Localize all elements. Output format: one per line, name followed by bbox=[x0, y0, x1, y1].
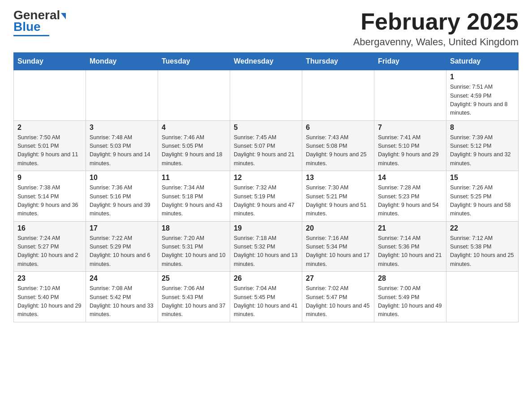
header-tuesday: Tuesday bbox=[158, 53, 230, 70]
day-number: 7 bbox=[378, 124, 442, 132]
table-row: 8Sunrise: 7:39 AMSunset: 5:12 PMDaylight… bbox=[446, 120, 519, 171]
day-number: 13 bbox=[306, 174, 370, 182]
day-info: Sunrise: 7:02 AMSunset: 5:47 PMDaylight:… bbox=[306, 284, 370, 319]
day-number: 16 bbox=[17, 224, 82, 232]
day-number: 27 bbox=[306, 274, 370, 283]
table-row: 1Sunrise: 7:51 AMSunset: 4:59 PMDaylight… bbox=[446, 70, 519, 121]
table-row bbox=[14, 70, 86, 121]
day-number: 3 bbox=[90, 124, 154, 132]
day-info: Sunrise: 7:12 AMSunset: 5:38 PMDaylight:… bbox=[450, 234, 515, 269]
table-row: 4Sunrise: 7:46 AMSunset: 5:05 PMDaylight… bbox=[158, 120, 230, 171]
day-info: Sunrise: 7:24 AMSunset: 5:27 PMDaylight:… bbox=[17, 234, 82, 269]
table-row: 24Sunrise: 7:08 AMSunset: 5:42 PMDayligh… bbox=[86, 272, 158, 322]
day-info: Sunrise: 7:51 AMSunset: 4:59 PMDaylight:… bbox=[450, 83, 515, 118]
day-info: Sunrise: 7:34 AMSunset: 5:18 PMDaylight:… bbox=[162, 184, 226, 218]
header-wednesday: Wednesday bbox=[230, 53, 302, 70]
day-info: Sunrise: 7:36 AMSunset: 5:16 PMDaylight:… bbox=[90, 184, 154, 218]
day-info: Sunrise: 7:06 AMSunset: 5:43 PMDaylight:… bbox=[162, 284, 226, 319]
table-row: 15Sunrise: 7:26 AMSunset: 5:25 PMDayligh… bbox=[446, 171, 519, 222]
header-saturday: Saturday bbox=[446, 53, 519, 70]
day-number: 12 bbox=[234, 174, 298, 182]
day-info: Sunrise: 7:46 AMSunset: 5:05 PMDaylight:… bbox=[162, 133, 226, 168]
page-header: General Blue February 2025 Abergavenny, … bbox=[13, 9, 519, 48]
table-row: 2Sunrise: 7:50 AMSunset: 5:01 PMDaylight… bbox=[14, 120, 86, 171]
logo-underline bbox=[13, 35, 49, 36]
day-number: 22 bbox=[450, 224, 515, 232]
day-info: Sunrise: 7:43 AMSunset: 5:08 PMDaylight:… bbox=[306, 133, 370, 168]
day-number: 26 bbox=[234, 274, 298, 283]
table-row: 10Sunrise: 7:36 AMSunset: 5:16 PMDayligh… bbox=[86, 171, 158, 222]
day-number: 21 bbox=[378, 224, 442, 232]
table-row: 27Sunrise: 7:02 AMSunset: 5:47 PMDayligh… bbox=[302, 272, 374, 322]
table-row: 3Sunrise: 7:48 AMSunset: 5:03 PMDaylight… bbox=[86, 120, 158, 171]
month-title: February 2025 bbox=[353, 9, 519, 34]
calendar-week-row: 1Sunrise: 7:51 AMSunset: 4:59 PMDaylight… bbox=[14, 70, 519, 121]
table-row bbox=[446, 272, 519, 322]
header-thursday: Thursday bbox=[302, 53, 374, 70]
day-info: Sunrise: 7:00 AMSunset: 5:49 PMDaylight:… bbox=[378, 284, 442, 319]
table-row: 16Sunrise: 7:24 AMSunset: 5:27 PMDayligh… bbox=[14, 221, 86, 272]
day-number: 11 bbox=[162, 174, 226, 182]
table-row bbox=[374, 70, 446, 121]
calendar-header-row: Sunday Monday Tuesday Wednesday Thursday… bbox=[14, 53, 519, 70]
day-number: 15 bbox=[450, 174, 515, 182]
header-monday: Monday bbox=[86, 53, 158, 70]
location: Abergavenny, Wales, United Kingdom bbox=[353, 36, 519, 48]
day-info: Sunrise: 7:14 AMSunset: 5:36 PMDaylight:… bbox=[378, 234, 442, 269]
day-info: Sunrise: 7:10 AMSunset: 5:40 PMDaylight:… bbox=[17, 284, 82, 319]
day-info: Sunrise: 7:41 AMSunset: 5:10 PMDaylight:… bbox=[378, 133, 442, 168]
day-info: Sunrise: 7:16 AMSunset: 5:34 PMDaylight:… bbox=[306, 234, 370, 269]
calendar-table: Sunday Monday Tuesday Wednesday Thursday… bbox=[13, 52, 519, 322]
table-row: 28Sunrise: 7:00 AMSunset: 5:49 PMDayligh… bbox=[374, 272, 446, 322]
table-row: 11Sunrise: 7:34 AMSunset: 5:18 PMDayligh… bbox=[158, 171, 230, 222]
table-row: 25Sunrise: 7:06 AMSunset: 5:43 PMDayligh… bbox=[158, 272, 230, 322]
day-number: 14 bbox=[378, 174, 442, 182]
day-number: 28 bbox=[378, 274, 442, 283]
day-info: Sunrise: 7:26 AMSunset: 5:25 PMDaylight:… bbox=[450, 184, 515, 218]
calendar-week-row: 23Sunrise: 7:10 AMSunset: 5:40 PMDayligh… bbox=[14, 272, 519, 322]
table-row: 9Sunrise: 7:38 AMSunset: 5:14 PMDaylight… bbox=[14, 171, 86, 222]
table-row bbox=[158, 70, 230, 121]
day-info: Sunrise: 7:39 AMSunset: 5:12 PMDaylight:… bbox=[450, 133, 515, 168]
day-number: 23 bbox=[17, 274, 82, 283]
logo: General Blue bbox=[13, 9, 66, 36]
day-info: Sunrise: 7:32 AMSunset: 5:19 PMDaylight:… bbox=[234, 184, 298, 218]
day-number: 18 bbox=[162, 224, 226, 232]
day-number: 8 bbox=[450, 124, 515, 132]
table-row: 5Sunrise: 7:45 AMSunset: 5:07 PMDaylight… bbox=[230, 120, 302, 171]
day-info: Sunrise: 7:28 AMSunset: 5:23 PMDaylight:… bbox=[378, 184, 442, 218]
header-friday: Friday bbox=[374, 53, 446, 70]
day-info: Sunrise: 7:48 AMSunset: 5:03 PMDaylight:… bbox=[90, 133, 154, 168]
table-row bbox=[302, 70, 374, 121]
table-row: 12Sunrise: 7:32 AMSunset: 5:19 PMDayligh… bbox=[230, 171, 302, 222]
logo-blue: Blue bbox=[13, 20, 41, 34]
table-row: 21Sunrise: 7:14 AMSunset: 5:36 PMDayligh… bbox=[374, 221, 446, 272]
day-number: 4 bbox=[162, 124, 226, 132]
table-row: 22Sunrise: 7:12 AMSunset: 5:38 PMDayligh… bbox=[446, 221, 519, 272]
day-number: 2 bbox=[17, 124, 82, 132]
day-info: Sunrise: 7:45 AMSunset: 5:07 PMDaylight:… bbox=[234, 133, 298, 168]
header-sunday: Sunday bbox=[14, 53, 86, 70]
day-number: 25 bbox=[162, 274, 226, 283]
title-section: February 2025 Abergavenny, Wales, United… bbox=[353, 9, 519, 48]
table-row: 14Sunrise: 7:28 AMSunset: 5:23 PMDayligh… bbox=[374, 171, 446, 222]
day-info: Sunrise: 7:38 AMSunset: 5:14 PMDaylight:… bbox=[17, 184, 82, 218]
day-info: Sunrise: 7:04 AMSunset: 5:45 PMDaylight:… bbox=[234, 284, 298, 319]
table-row: 26Sunrise: 7:04 AMSunset: 5:45 PMDayligh… bbox=[230, 272, 302, 322]
table-row: 7Sunrise: 7:41 AMSunset: 5:10 PMDaylight… bbox=[374, 120, 446, 171]
table-row bbox=[230, 70, 302, 121]
calendar-week-row: 2Sunrise: 7:50 AMSunset: 5:01 PMDaylight… bbox=[14, 120, 519, 171]
table-row: 6Sunrise: 7:43 AMSunset: 5:08 PMDaylight… bbox=[302, 120, 374, 171]
table-row: 13Sunrise: 7:30 AMSunset: 5:21 PMDayligh… bbox=[302, 171, 374, 222]
day-number: 24 bbox=[90, 274, 154, 283]
table-row bbox=[86, 70, 158, 121]
day-number: 1 bbox=[450, 73, 515, 81]
day-info: Sunrise: 7:30 AMSunset: 5:21 PMDaylight:… bbox=[306, 184, 370, 218]
calendar-week-row: 16Sunrise: 7:24 AMSunset: 5:27 PMDayligh… bbox=[14, 221, 519, 272]
table-row: 18Sunrise: 7:20 AMSunset: 5:31 PMDayligh… bbox=[158, 221, 230, 272]
day-number: 6 bbox=[306, 124, 370, 132]
day-number: 5 bbox=[234, 124, 298, 132]
day-info: Sunrise: 7:18 AMSunset: 5:32 PMDaylight:… bbox=[234, 234, 298, 269]
table-row: 19Sunrise: 7:18 AMSunset: 5:32 PMDayligh… bbox=[230, 221, 302, 272]
day-info: Sunrise: 7:22 AMSunset: 5:29 PMDaylight:… bbox=[90, 234, 154, 269]
